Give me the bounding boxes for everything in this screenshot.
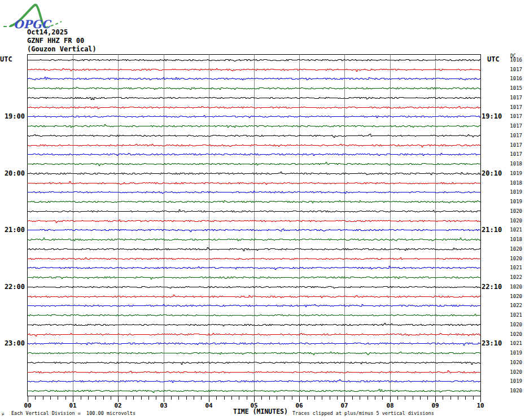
- minor-tick: [239, 396, 239, 400]
- hour-label-right: 20:10: [482, 169, 502, 177]
- x-tick-label: 09: [428, 403, 442, 409]
- dc-value: 1020: [510, 294, 522, 299]
- major-tick: [480, 396, 481, 402]
- minor-tick: [178, 396, 179, 400]
- major-tick: [209, 396, 209, 402]
- minor-tick: [111, 396, 111, 400]
- hour-label-right: 22:10: [482, 283, 502, 291]
- minor-tick: [224, 396, 225, 400]
- dc-value: 1020: [510, 322, 522, 327]
- header-block: Oct14,2025 GZNF HHZ FR 00 (Gouzon Vertic…: [27, 28, 97, 54]
- minor-tick: [292, 396, 292, 400]
- division-note: Each Vertical Division = 100.00 microvol…: [11, 410, 135, 416]
- header-date: Oct14,2025: [27, 28, 97, 37]
- x-tick-label: 02: [111, 403, 125, 409]
- minor-tick: [201, 396, 202, 400]
- x-tick-label: 04: [202, 403, 216, 409]
- minor-tick: [397, 396, 398, 400]
- dc-value: 1020: [510, 331, 522, 337]
- dc-value: 1017: [510, 123, 522, 129]
- header-location: (Gouzon Vertical): [27, 45, 97, 54]
- dc-value: 1020: [510, 246, 522, 252]
- x-tick-label: 01: [66, 403, 80, 409]
- hour-label-right: 19:10: [482, 112, 502, 120]
- minor-tick: [322, 396, 322, 400]
- minor-tick: [194, 396, 194, 400]
- dc-value: 1022: [510, 303, 522, 308]
- major-tick: [118, 396, 119, 402]
- minor-tick: [314, 396, 315, 400]
- hour-label-left: 19:00: [0, 112, 25, 120]
- minor-tick: [368, 396, 368, 400]
- dc-value: 1018: [510, 237, 522, 242]
- utc-label-right: UTC: [487, 55, 500, 63]
- dc-value: 1020: [510, 369, 522, 375]
- major-tick: [164, 396, 164, 402]
- minor-tick: [352, 396, 353, 400]
- dc-value: 1019: [510, 199, 522, 204]
- minor-tick: [382, 396, 383, 400]
- minor-tick: [65, 396, 66, 400]
- minor-tick: [427, 396, 428, 400]
- minor-tick: [330, 396, 330, 400]
- x-tick-label: 08: [383, 403, 397, 409]
- minor-tick: [465, 396, 466, 400]
- dc-value: 1019: [510, 170, 522, 176]
- major-tick: [390, 396, 391, 402]
- dc-value: 1015: [510, 85, 522, 91]
- dc-value: 1017: [510, 142, 522, 148]
- minor-tick: [473, 396, 474, 400]
- minor-tick: [443, 396, 443, 400]
- dc-value: 1019: [510, 350, 522, 356]
- hour-label-right: 23:10: [482, 339, 502, 347]
- minor-tick: [171, 396, 172, 400]
- clip-note: Traces clipped at plus/minus 5 vertical …: [292, 410, 434, 416]
- plot-frame: [27, 54, 481, 396]
- minor-tick: [148, 396, 149, 400]
- dc-value: 1017: [510, 95, 522, 100]
- dc-value: 1020: [510, 388, 522, 393]
- utc-label-left: UTC: [0, 55, 12, 63]
- minor-tick: [277, 396, 277, 400]
- minor-tick: [269, 396, 270, 400]
- x-axis-title: TIME (MINUTES): [233, 408, 288, 415]
- x-tick-label: 07: [338, 403, 351, 409]
- opgc-logo: OPGC: [2, 1, 63, 32]
- minor-tick: [95, 396, 96, 400]
- dc-value: 1017: [510, 151, 522, 157]
- dc-value: 1019: [510, 189, 522, 195]
- minor-tick: [375, 396, 375, 400]
- dc-value: 1017: [510, 67, 522, 72]
- major-tick: [254, 396, 255, 402]
- hour-label-left: 22:00: [0, 283, 25, 291]
- dc-value: 1020: [510, 256, 522, 261]
- major-tick: [344, 396, 345, 402]
- hour-label-left: 20:00: [0, 169, 25, 177]
- dc-value: 1021: [510, 265, 522, 270]
- minor-tick: [156, 396, 156, 400]
- dc-value: 1020: [510, 208, 522, 214]
- dc-value: 1021: [510, 312, 522, 318]
- minor-tick: [126, 396, 126, 400]
- dc-value: 1016: [510, 76, 522, 81]
- dc-value: 1018: [510, 161, 522, 167]
- minor-tick: [103, 396, 104, 400]
- minor-tick: [133, 396, 134, 400]
- minor-tick: [231, 396, 232, 400]
- x-tick-label: 03: [157, 403, 170, 409]
- dc-value: 1020: [510, 218, 522, 224]
- dc-value: 1020: [510, 284, 522, 290]
- minor-tick: [307, 396, 308, 400]
- minor-tick: [405, 396, 405, 400]
- major-tick: [435, 396, 436, 402]
- major-tick: [28, 396, 28, 402]
- minor-tick: [216, 396, 217, 400]
- minor-tick: [141, 396, 142, 400]
- x-tick-label: 10: [474, 403, 487, 409]
- header-station: GZNF HHZ FR 00: [27, 37, 97, 45]
- minor-tick: [81, 396, 81, 400]
- hour-label-right: 21:10: [482, 226, 502, 234]
- dc-value: 1017: [510, 113, 522, 119]
- minor-tick: [88, 396, 89, 400]
- dc-value: 1018: [510, 180, 522, 186]
